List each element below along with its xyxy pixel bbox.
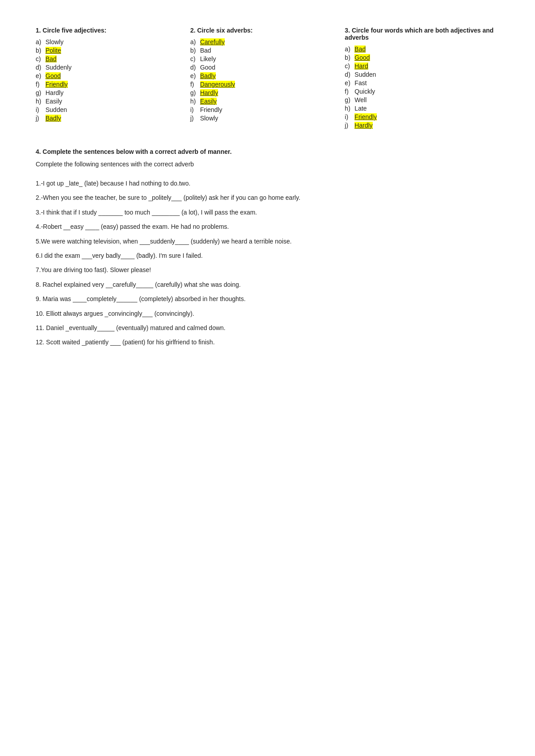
item-label: c): [190, 55, 198, 62]
item-word: Hardly: [354, 122, 372, 129]
sentence: 9. Maria was ____completely______ (compl…: [36, 294, 499, 304]
section2-list: a)Carefullyb)Badc)Likelyd)Goode)Badlyf)D…: [190, 38, 341, 122]
item-word: Likely: [200, 55, 216, 62]
item-word: Hard: [354, 62, 368, 70]
item-label: e): [36, 72, 44, 79]
list-item: f)Dangerously: [190, 81, 341, 88]
sentence: 6.I did the exam ___very badly____ (badl…: [36, 251, 499, 260]
item-label: f): [190, 81, 198, 88]
item-label: b): [36, 47, 44, 54]
section4-subtitle: Complete the following sentences with th…: [36, 161, 499, 168]
section3-column: 3. Circle four words which are both adje…: [345, 27, 499, 130]
list-item: j)Slowly: [190, 115, 341, 122]
item-label: i): [190, 106, 198, 113]
section1-title: 1. Circle five adjectives:: [36, 27, 186, 34]
section1-list: a)Slowlyb)Politec)Badd)Suddenlye)Goodf)F…: [36, 38, 186, 122]
list-item: d)Good: [190, 64, 341, 71]
item-word: Bad: [200, 47, 211, 54]
list-item: d)Suddenly: [36, 64, 186, 71]
item-word: Friendly: [200, 106, 222, 113]
item-word: Hardly: [200, 89, 218, 96]
item-label: b): [345, 54, 353, 61]
list-item: e)Badly: [190, 72, 341, 79]
item-word: Good: [45, 72, 61, 79]
item-label: h): [36, 98, 44, 105]
item-label: e): [190, 72, 198, 79]
item-label: g): [345, 96, 353, 103]
item-label: g): [36, 89, 44, 96]
list-item: g)Hardly: [36, 89, 186, 96]
sentence: 10. Elliott always argues _convincingly_…: [36, 309, 499, 318]
item-word: Badly: [45, 115, 61, 122]
item-label: a): [36, 38, 44, 45]
sentences-container: 1.-I got up _late_ (late) because I had …: [36, 178, 499, 347]
item-word: Easily: [200, 98, 217, 105]
item-word: Bad: [45, 55, 57, 62]
item-label: i): [345, 113, 353, 120]
list-item: c)Likely: [190, 55, 341, 62]
list-item: b)Polite: [36, 47, 186, 54]
list-item: g)Well: [345, 96, 495, 103]
section3-list: a)Badb)Goodc)Hardd)Suddene)Fastf)Quickly…: [345, 45, 495, 129]
item-label: d): [36, 64, 44, 71]
item-word: Late: [354, 105, 366, 112]
item-word: Suddenly: [45, 64, 71, 71]
list-item: i)Friendly: [190, 106, 341, 113]
item-word: Polite: [45, 47, 61, 54]
section4: 4. Complete the sentences below with a c…: [36, 148, 499, 347]
list-item: e)Fast: [345, 79, 495, 87]
item-word: Slowly: [45, 38, 63, 45]
sentence: 8. Rachel explained very __carefully____…: [36, 280, 499, 289]
item-word: Friendly: [45, 81, 68, 88]
item-word: Friendly: [354, 113, 377, 120]
sentence: 7.You are driving too fast). Slower plea…: [36, 265, 499, 275]
list-item: a)Carefully: [190, 38, 341, 45]
item-label: d): [345, 71, 353, 78]
sentence: 1.-I got up _late_ (late) because I had …: [36, 178, 499, 188]
item-label: c): [345, 62, 353, 70]
section1-column: 1. Circle five adjectives: a)Slowlyb)Pol…: [36, 27, 190, 130]
item-word: Sudden: [354, 71, 376, 78]
item-label: h): [345, 105, 353, 112]
item-word: Dangerously: [200, 81, 235, 88]
sentence: 12. Scott waited _patiently ___ (patient…: [36, 337, 499, 347]
list-item: b)Good: [345, 54, 495, 61]
item-word: Fast: [354, 79, 366, 87]
sentence: 11. Daniel _eventually_____ (eventually)…: [36, 323, 499, 333]
list-item: b)Bad: [190, 47, 341, 54]
item-label: f): [36, 81, 44, 88]
list-item: g)Hardly: [190, 89, 341, 96]
list-item: f)Quickly: [345, 88, 495, 95]
item-word: Quickly: [354, 88, 375, 95]
item-word: Sudden: [45, 106, 67, 113]
list-item: j)Badly: [36, 115, 186, 122]
list-item: h)Late: [345, 105, 495, 112]
list-item: d)Sudden: [345, 71, 495, 78]
item-word: Easily: [45, 98, 62, 105]
item-label: c): [36, 55, 44, 62]
item-label: j): [345, 122, 353, 129]
item-label: b): [190, 47, 198, 54]
list-item: h)Easily: [190, 98, 341, 105]
item-label: j): [190, 115, 198, 122]
item-label: g): [190, 89, 198, 96]
list-item: f)Friendly: [36, 81, 186, 88]
item-word: Slowly: [200, 115, 218, 122]
sentence: 4.-Robert __easy ____ (easy) passed the …: [36, 222, 499, 231]
item-label: a): [345, 45, 353, 53]
section4-title: 4. Complete the sentences below with a c…: [36, 148, 499, 155]
item-word: Well: [354, 96, 366, 103]
sentence: 2.-When you see the teacher, be sure to …: [36, 193, 499, 202]
item-label: f): [345, 88, 353, 95]
list-item: a)Bad: [345, 45, 495, 53]
list-item: c)Hard: [345, 62, 495, 70]
item-label: e): [345, 79, 353, 87]
item-word: Carefully: [200, 38, 225, 45]
item-word: Good: [354, 54, 370, 61]
list-item: e)Good: [36, 72, 186, 79]
item-label: a): [190, 38, 198, 45]
list-item: i)Sudden: [36, 106, 186, 113]
section2-title: 2. Circle six adverbs:: [190, 27, 341, 34]
list-item: c)Bad: [36, 55, 186, 62]
list-item: a)Slowly: [36, 38, 186, 45]
